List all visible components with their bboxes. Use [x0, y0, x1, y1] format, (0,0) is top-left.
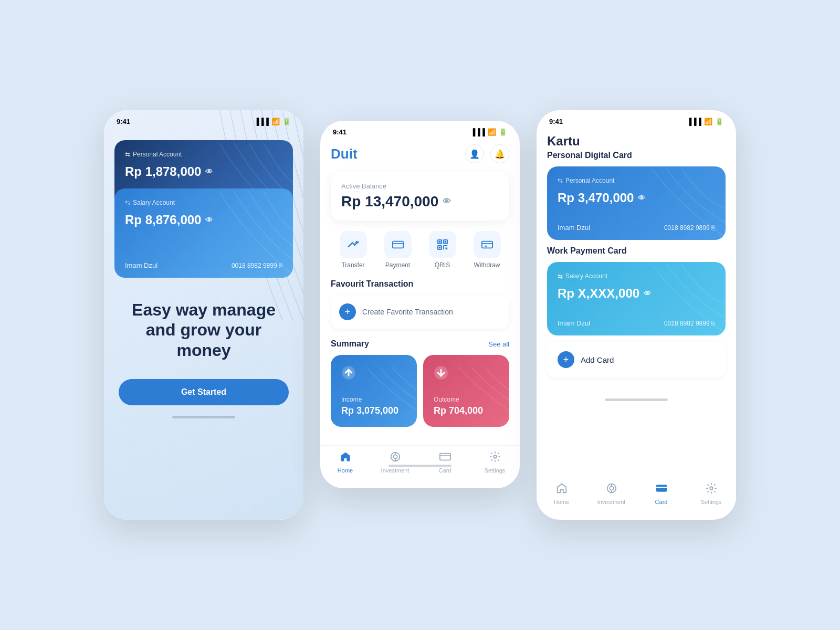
outcome-label: Outcome: [434, 396, 499, 403]
phone-home: 9:41 ▐▐▐ 📶 🔋 Duit 👤 🔔 Active Balance: [320, 121, 520, 488]
wifi-icon-2: 📶: [488, 128, 496, 136]
work-section-label: Work Payment Card: [547, 246, 726, 256]
personal-card-amount: Rp 1,878,000 👁: [125, 164, 282, 179]
add-card-label: Add Card: [581, 355, 614, 364]
summary-section-header: Summary See all: [331, 339, 509, 349]
balance-amount: Rp 13,470,000 👁: [341, 193, 499, 210]
personal-section-label: Personal Digital Card: [547, 151, 726, 160]
p3-card1-amount: Rp 3,470,000 👁: [558, 191, 715, 205]
nav-card-label-3: Card: [655, 499, 668, 505]
cards-content: Personal Digital Card ⇆ Personal Account…: [537, 151, 736, 388]
signal-icon-3: ▐▐▐: [687, 118, 701, 125]
svg-rect-30: [656, 485, 666, 492]
nav-settings-label-2: Settings: [485, 467, 506, 474]
status-time-2: 9:41: [333, 128, 346, 136]
bottom-nav-3: Home Investment Card Settings: [537, 477, 736, 509]
wifi-icon-1: 📶: [271, 118, 280, 125]
balance-label: Active Balance: [341, 182, 499, 190]
status-right-3: ▐▐▐ 📶 🔋: [687, 118, 723, 125]
home-indicator-3: [605, 398, 668, 401]
onboarding-content: Easy way manage and grow your money Get …: [104, 284, 303, 405]
nav-home-2[interactable]: Home: [330, 451, 361, 474]
add-card-button[interactable]: + Add Card: [547, 342, 726, 377]
nav-investment-label-3: Investment: [597, 499, 626, 505]
transfer-icon: [340, 231, 367, 258]
qris-button[interactable]: QRIS: [429, 231, 456, 269]
onboarding-tagline: Easy way manage and grow your money: [119, 300, 289, 360]
investment-icon-3: [606, 482, 617, 497]
nav-home-label-2: Home: [338, 467, 353, 474]
nav-investment-2[interactable]: Investment: [380, 451, 411, 474]
transfer-label: Transfer: [341, 261, 364, 269]
phone-onboarding: 9:41 ▐▐▐ 📶 🔋: [104, 110, 303, 520]
notification-button[interactable]: 🔔: [490, 144, 509, 163]
favourite-title: Favourit Transaction: [331, 279, 413, 289]
nav-investment-label-2: Investment: [381, 467, 410, 474]
summary-cards: Income Rp 3,075,000 Outcome Rp 704,000: [331, 355, 509, 427]
nav-home-3[interactable]: Home: [546, 482, 578, 505]
svg-rect-1: [392, 242, 403, 248]
nav-settings-2[interactable]: Settings: [479, 451, 511, 474]
svg-rect-7: [444, 241, 446, 243]
status-bar-1: 9:41 ▐▐▐ 📶 🔋: [104, 110, 303, 130]
salary-card-footer: Imam Dzul 0018 8982 9899 ⎘: [125, 261, 282, 269]
svg-point-27: [610, 486, 613, 490]
logo-rest: uit: [341, 146, 358, 162]
p3-card1-footer: Imam Dzul 0018 8982 9899 ⎘: [558, 224, 715, 232]
svg-point-32: [710, 487, 713, 490]
home-icon-2: [340, 451, 351, 465]
transfer-button[interactable]: Transfer: [340, 231, 367, 269]
cards-page-title: Kartu: [537, 130, 736, 151]
withdraw-label: Withdraw: [474, 261, 500, 269]
nav-settings-label-3: Settings: [701, 499, 722, 505]
battery-icon-2: 🔋: [499, 128, 507, 136]
salary-account-card[interactable]: ⇆ Salary Account Rp 8,876,000 👁 Imam Dzu…: [114, 188, 293, 278]
nav-card-label-2: Card: [439, 467, 452, 474]
svg-rect-12: [481, 242, 492, 248]
p3-card2-footer: Imam Dzul 0018 8982 9899 ⎘: [558, 319, 715, 327]
nav-investment-3[interactable]: Investment: [596, 482, 627, 505]
nav-home-label-3: Home: [554, 499, 569, 505]
status-right-1: ▐▐▐ 📶 🔋: [254, 118, 291, 125]
home-indicator-2: [388, 465, 452, 467]
action-buttons: Transfer Payment QRIS: [331, 231, 509, 269]
header-icons: 👤 🔔: [465, 144, 509, 163]
status-bar-3: 9:41 ▐▐▐ 📶 🔋: [537, 110, 736, 130]
app-logo: Duit: [331, 146, 358, 162]
home-icon-3: [556, 482, 568, 497]
withdraw-button[interactable]: Withdraw: [474, 231, 501, 269]
battery-icon-1: 🔋: [282, 118, 291, 125]
nav-card-2[interactable]: Card: [429, 451, 461, 474]
bottom-nav-2: Home Investment Card Settings: [320, 445, 520, 478]
card-icon-2: [439, 451, 451, 465]
profile-button[interactable]: 👤: [465, 144, 484, 163]
work-payment-card[interactable]: ⇆ Salary Account Rp X,XXX,000 👁 Imam Dzu…: [547, 262, 726, 335]
favourite-cta-text: Create Favorite Transaction: [362, 308, 453, 316]
svg-rect-8: [438, 247, 440, 249]
svg-point-20: [393, 455, 397, 458]
payment-icon: [384, 231, 412, 258]
income-card: Income Rp 3,075,000: [331, 355, 417, 427]
payment-button[interactable]: Payment: [384, 231, 412, 269]
battery-icon-3: 🔋: [715, 118, 723, 125]
plus-icon: +: [339, 303, 356, 320]
withdraw-icon: [474, 231, 501, 258]
personal-digital-card[interactable]: ⇆ Personal Account Rp 3,470,000 👁 Imam D…: [547, 166, 726, 240]
payment-label: Payment: [385, 261, 410, 269]
nav-card-3[interactable]: Card: [646, 482, 677, 505]
get-started-button[interactable]: Get Started: [119, 379, 289, 405]
wifi-icon-3: 📶: [704, 118, 712, 125]
card-icon-3: [656, 482, 667, 497]
add-card-plus-icon: +: [558, 351, 574, 368]
logo-d: D: [331, 146, 341, 162]
app-header: Duit 👤 🔔: [331, 140, 509, 172]
qris-icon: [429, 231, 456, 258]
phone-cards: 9:41 ▐▐▐ 📶 🔋 Kartu Personal Digital Card…: [537, 110, 736, 520]
p3-card2-amount: Rp X,XXX,000 👁: [558, 286, 715, 301]
svg-rect-6: [438, 241, 440, 243]
settings-icon-2: [489, 451, 501, 465]
create-favourite-button[interactable]: + Create Favorite Transaction: [331, 295, 509, 329]
see-all-link[interactable]: See all: [488, 340, 509, 348]
home-indicator-1: [172, 416, 235, 418]
nav-settings-3[interactable]: Settings: [696, 482, 727, 505]
